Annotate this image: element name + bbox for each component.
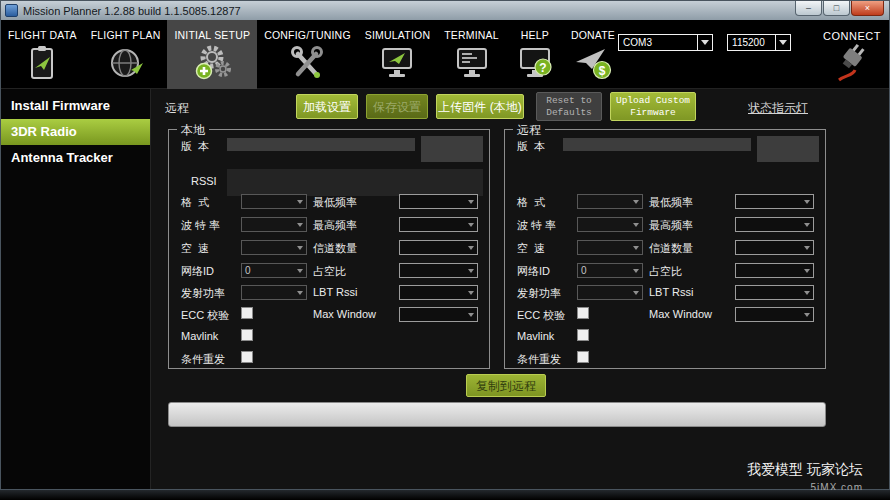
remote-duty-dropdown[interactable]: [735, 263, 814, 278]
remote-maxwindow-dropdown[interactable]: [735, 307, 814, 322]
airspeed-label: 空 速: [181, 241, 209, 256]
netid-value: 0: [242, 264, 306, 277]
upload-firmware-button[interactable]: 上传固件 (本地): [436, 94, 524, 119]
menu-label: SIMULATION: [365, 29, 430, 41]
upload-custom-firmware-button[interactable]: Upload Custom Firmware: [610, 92, 696, 121]
menu-item-flight-data[interactable]: FLIGHT DATA: [1, 20, 84, 89]
format-dropdown[interactable]: [241, 194, 307, 209]
remote-lbt-label: LBT Rssi: [649, 286, 693, 298]
channels-dropdown[interactable]: [399, 240, 478, 255]
duty-label: 占空比: [313, 264, 346, 279]
menu-item-flight-plan[interactable]: FLIGHT PLAN: [84, 20, 168, 89]
load-settings-button[interactable]: 加载设置: [296, 94, 358, 119]
lbt-label: LBT Rssi: [313, 286, 357, 298]
remote-txpower-dropdown[interactable]: [577, 285, 643, 300]
remote-airspeed-dropdown[interactable]: [577, 240, 643, 255]
config-tuning-icon: [285, 42, 329, 84]
mavlink-checkbox[interactable]: [241, 329, 253, 341]
remote-lbt-dropdown[interactable]: [735, 285, 814, 300]
maxfreq-dropdown[interactable]: [399, 217, 478, 232]
remote-maxfreq-dropdown[interactable]: [735, 217, 814, 232]
minfreq-label: 最低频率: [313, 195, 357, 210]
window-controls: – □ ×: [794, 1, 884, 16]
remote-airspeed-label: 空 速: [517, 241, 545, 256]
airspeed-dropdown[interactable]: [241, 240, 307, 255]
connect-button[interactable]: CONNECT: [823, 30, 881, 82]
txpower-dropdown[interactable]: [241, 285, 307, 300]
remote-baud-dropdown[interactable]: [577, 217, 643, 232]
maxwindow-dropdown[interactable]: [399, 307, 478, 322]
connect-label: CONNECT: [823, 30, 881, 42]
menu-label: DONATE: [571, 29, 615, 41]
com-port-value: COM3: [619, 37, 697, 48]
menu-label: TERMINAL: [444, 29, 499, 41]
lbt-dropdown[interactable]: [399, 285, 478, 300]
watermark: 我爱模型 玩家论坛 5iMX.com: [747, 461, 863, 493]
sidebar-item-install-firmware[interactable]: Install Firmware: [1, 93, 150, 119]
radio-config-panel: 远程 加载设置 保存设置 上传固件 (本地) Reset to Defaults…: [151, 89, 889, 489]
flight-plan-icon: [104, 42, 148, 84]
minimize-button[interactable]: –: [795, 1, 822, 16]
maxwindow-label: Max Window: [313, 308, 376, 320]
netid-input[interactable]: 0: [241, 263, 307, 278]
remote-channels-dropdown[interactable]: [735, 240, 814, 255]
save-settings-button[interactable]: 保存设置: [366, 94, 428, 119]
initial-setup-icon: [190, 42, 234, 84]
remote-settings-group: 远程 版 本 格 式 波 特 率 空 速 网络ID 0 发射功率 ECC 校验 …: [504, 129, 826, 369]
chevron-down-icon[interactable]: [775, 35, 790, 50]
baud-rate-select[interactable]: 115200: [727, 34, 791, 51]
chevron-down-icon[interactable]: [697, 35, 712, 50]
menu-label: FLIGHT DATA: [8, 29, 77, 41]
menu-label: HELP: [513, 29, 557, 41]
remote-minfreq-label: 最低频率: [649, 195, 693, 210]
remote-minfreq-dropdown[interactable]: [735, 194, 814, 209]
remote-baud-label: 波 特 率: [517, 218, 556, 233]
rssi-label: RSSI: [191, 175, 217, 187]
remote-mavlink-checkbox[interactable]: [577, 329, 589, 341]
progress-bar: [168, 402, 826, 427]
reset-defaults-button[interactable]: Reset to Defaults: [536, 92, 602, 121]
sidebar: Install Firmware 3DR Radio Antenna Track…: [1, 89, 151, 489]
minfreq-dropdown[interactable]: [399, 194, 478, 209]
baud-dropdown[interactable]: [241, 217, 307, 232]
netid-label: 网络ID: [181, 264, 214, 279]
menu-item-help[interactable]: HELP ?: [506, 20, 564, 89]
menu-item-terminal[interactable]: TERMINAL: [437, 20, 506, 89]
menu-label: FLIGHT PLAN: [91, 29, 161, 41]
remote-ecc-checkbox[interactable]: [577, 307, 589, 319]
remote-format-dropdown[interactable]: [577, 194, 643, 209]
remote-resend-checkbox[interactable]: [577, 351, 589, 363]
menu-item-simulation[interactable]: SIMULATION: [358, 20, 437, 89]
sidebar-item-3dr-radio[interactable]: 3DR Radio: [1, 119, 150, 145]
maximize-button[interactable]: □: [823, 1, 850, 16]
menu-item-config-tuning[interactable]: CONFIG/TUNING: [257, 20, 358, 89]
channels-label: 信道数量: [313, 241, 357, 256]
remote-resend-label: 条件重发: [517, 352, 561, 367]
duty-dropdown[interactable]: [399, 263, 478, 278]
status-leds-link[interactable]: 状态指示灯: [748, 100, 808, 117]
menu-item-donate[interactable]: DONATE $: [564, 20, 622, 89]
local-group-title: 本地: [177, 122, 209, 139]
copy-to-remote-button[interactable]: 复制到远程: [466, 374, 546, 397]
close-button[interactable]: ×: [851, 1, 884, 16]
resend-checkbox[interactable]: [241, 351, 253, 363]
baud-rate-value: 115200: [728, 37, 775, 48]
remote-txpower-label: 发射功率: [517, 286, 561, 301]
menu-item-initial-setup[interactable]: INITIAL SETUP: [167, 20, 257, 89]
remote-maxfreq-label: 最高频率: [649, 218, 693, 233]
ecc-checkbox[interactable]: [241, 307, 253, 319]
txpower-label: 发射功率: [181, 286, 225, 301]
version-value-box-2: [421, 136, 483, 162]
remote-netid-input[interactable]: 0: [577, 263, 643, 278]
version-value-box: [227, 138, 415, 151]
ecc-label: ECC 校验: [181, 308, 229, 323]
baud-label: 波 特 率: [181, 218, 220, 233]
app-window: Mission Planner 1.2.88 build 1.1.5085.12…: [0, 0, 890, 490]
com-port-select[interactable]: COM3: [618, 34, 713, 51]
remote-format-label: 格 式: [517, 195, 545, 210]
window-title: Mission Planner 1.2.88 build 1.1.5085.12…: [23, 5, 241, 17]
remote-netid-label: 网络ID: [517, 264, 550, 279]
sidebar-item-antenna-tracker[interactable]: Antenna Tracker: [1, 145, 150, 171]
mavlink-label: Mavlink: [181, 330, 218, 342]
remote-label: 远程: [165, 100, 189, 117]
